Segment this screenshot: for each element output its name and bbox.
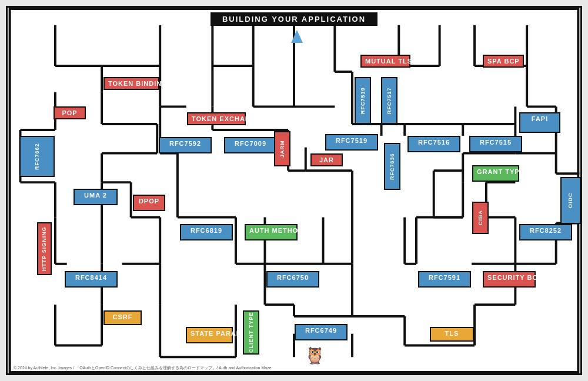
- badge-rfc8414: RFC8414: [65, 271, 118, 288]
- badge-rfc7516: RFC7516: [407, 136, 460, 152]
- arrow-up-icon: [291, 30, 303, 43]
- footer-text: © 2024 by Authlete, Inc. Images / 「OAuth…: [14, 365, 272, 371]
- badge-grant-type: GRANT TYPE: [472, 165, 519, 182]
- badge-rfc6749: RFC6749: [295, 324, 348, 340]
- badge-rfc7662: RFC7662: [19, 136, 55, 177]
- badge-fapi: FAPI: [519, 112, 560, 133]
- badge-rfc7009: RFC7009: [224, 137, 277, 153]
- badge-rfc7519: RFC7519: [355, 77, 371, 124]
- badge-oidc: OIDC: [560, 177, 581, 224]
- badge-spa-bcp: SPA BCP: [483, 55, 524, 68]
- badge-dpop: DPOP: [133, 195, 165, 211]
- badge-uma2: UMA 2: [74, 189, 118, 205]
- badge-rfc6819: RFC6819: [180, 224, 233, 240]
- badge-client-type: CLIENT TYPE: [243, 310, 259, 355]
- badge-rfc7515: RFC7515: [469, 136, 522, 152]
- badge-rfc7517: RFC7517: [381, 77, 397, 124]
- badge-rfc7636: RFC7636: [384, 143, 400, 190]
- badge-ciba: CIBA: [472, 202, 489, 234]
- page-title: BUILDING YOUR APPLICATION: [211, 12, 377, 26]
- badge-mutual-tls: MUTUAL TLS: [360, 55, 410, 68]
- badge-token-exchange: TOKEN EXCHANGE: [187, 112, 246, 125]
- badge-security-bcp: SECURITY BCP: [483, 271, 536, 288]
- badge-csrf: CSRF: [103, 310, 142, 325]
- badge-jar: JAR: [310, 153, 343, 166]
- badge-pop: POP: [54, 106, 86, 119]
- badge-tls: TLS: [430, 327, 474, 342]
- badge-token-binding: TOKEN BINDING: [103, 77, 159, 90]
- badge-rfc8252: RFC8252: [519, 224, 572, 240]
- badge-rfc7591: RFC7591: [418, 271, 471, 288]
- badge-state-param: STATE PARAM: [186, 327, 233, 343]
- badge-auth-method: AUTH METHOD: [245, 224, 298, 240]
- cat-mascot: 🦉: [305, 346, 325, 365]
- badge-rfc6750: RFC6750: [266, 271, 319, 288]
- badge-rfc7592: RFC7592: [159, 137, 212, 153]
- maze-container: BUILDING YOUR APPLICATION: [6, 6, 582, 375]
- badge-http-signing: HTTP SIGNING: [37, 222, 52, 275]
- badge-jarm: JARM: [274, 131, 290, 166]
- badge-rfc7519-2: RFC7519: [325, 134, 378, 151]
